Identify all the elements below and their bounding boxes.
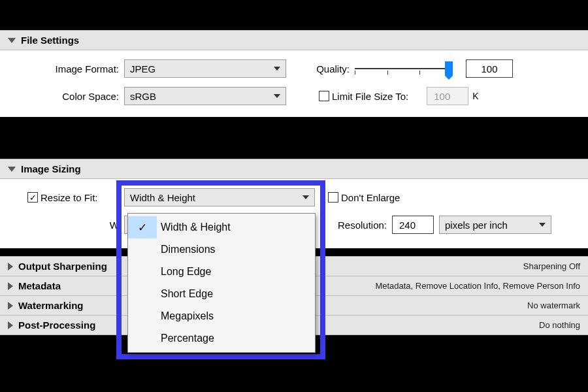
watermarking-summary: No watermark [527, 301, 580, 310]
dropdown-option[interactable]: Dimensions [128, 238, 315, 261]
check-icon: ✓ [128, 216, 157, 238]
image-sizing-title: Image Sizing [21, 163, 81, 174]
quality-input[interactable]: 100 [466, 59, 513, 78]
resolution-unit-value: pixels per inch [445, 220, 508, 231]
post-processing-title: Post-Processing [18, 319, 95, 331]
metadata-summary: Metadata, Remove Location Info, Remove P… [375, 281, 580, 291]
dont-enlarge-checkbox[interactable]: Don't Enlarge [328, 192, 400, 203]
resize-to-fit-dropdown[interactable]: ✓Width & HeightDimensionsLong EdgeShort … [127, 213, 316, 353]
dropdown-option-label: Dimensions [161, 244, 216, 255]
limit-file-size-value: 100 [434, 91, 450, 102]
chevron-down-icon [274, 94, 280, 98]
w-label: W [13, 220, 124, 231]
checkbox-checked-icon: ✓ [27, 192, 38, 203]
dropdown-option[interactable]: Long Edge [128, 261, 315, 283]
resize-to-fit-checkbox[interactable]: ✓ Resize to Fit: [27, 192, 124, 203]
image-sizing-header[interactable]: Image Sizing [0, 159, 588, 179]
slider-track [355, 68, 453, 69]
check-icon [128, 238, 157, 261]
file-settings-title: File Settings [21, 35, 79, 46]
file-settings-row-2: Color Space: sRGB Limit File Size To: 10… [13, 87, 575, 105]
chevron-down-icon [274, 67, 280, 71]
color-space-value: sRGB [130, 91, 156, 102]
check-icon [128, 283, 157, 305]
resolution-unit-select[interactable]: pixels per inch [439, 216, 551, 234]
file-settings-body: Image Format: JPEG Quality: 100 Color Sp… [0, 50, 588, 117]
quality-value: 100 [481, 63, 497, 74]
dropdown-option[interactable]: Percentage [128, 327, 315, 350]
checkbox-box-icon [328, 192, 338, 203]
chevron-down-icon [539, 223, 546, 227]
dropdown-option[interactable]: ✓Width & Height [128, 216, 315, 238]
dropdown-option-label: Megapixels [161, 310, 214, 322]
resolution-input[interactable]: 240 [392, 216, 434, 234]
quality-slider[interactable] [355, 61, 453, 76]
resolution-label: Resolution: [315, 220, 392, 231]
chevron-down-icon [8, 38, 16, 43]
slider-tick [387, 71, 388, 74]
image-sizing-row-1: ✓ Resize to Fit: Width & Height Don't En… [13, 188, 575, 206]
chevron-right-icon [8, 302, 13, 310]
slider-thumb[interactable] [445, 61, 453, 76]
chevron-down-icon [8, 167, 16, 172]
dropdown-option[interactable]: Short Edge [128, 283, 315, 305]
file-settings-header[interactable]: File Settings [0, 30, 588, 50]
resize-to-fit-label: Resize to Fit: [41, 192, 98, 203]
dropdown-option-label: Long Edge [161, 266, 211, 278]
limit-file-size-input: 100 [427, 87, 468, 105]
limit-file-size-unit: K [472, 91, 478, 101]
dont-enlarge-label: Don't Enlarge [341, 192, 400, 203]
color-space-label: Color Space: [13, 91, 124, 102]
checkbox-box-icon [319, 91, 329, 101]
chevron-right-icon [8, 282, 13, 290]
color-space-select[interactable]: sRGB [124, 87, 286, 105]
file-settings-section: File Settings Image Format: JPEG Quality… [0, 30, 588, 117]
dropdown-option-label: Width & Height [161, 221, 231, 233]
chevron-down-icon [302, 195, 309, 199]
check-icon [128, 261, 157, 283]
output-sharpening-summary: Sharpening Off [523, 261, 580, 271]
check-icon [128, 305, 157, 327]
chevron-right-icon [8, 263, 13, 270]
output-sharpening-title: Output Sharpening [18, 261, 107, 272]
slider-tick [419, 71, 420, 74]
quality-label: Quality: [286, 63, 355, 74]
image-format-select[interactable]: JPEG [124, 59, 286, 78]
dropdown-option-label: Short Edge [161, 288, 213, 300]
file-settings-row-1: Image Format: JPEG Quality: 100 [13, 59, 575, 78]
image-format-value: JPEG [130, 63, 155, 74]
resize-to-fit-value: Width & Height [130, 192, 195, 203]
post-processing-summary: Do nothing [539, 320, 580, 330]
limit-file-size-label: Limit File Size To: [332, 91, 408, 102]
resize-to-fit-select[interactable]: Width & Height [124, 188, 315, 206]
metadata-title: Metadata [18, 280, 61, 291]
image-format-label: Image Format: [13, 63, 124, 74]
dropdown-option-label: Percentage [161, 333, 214, 344]
resolution-value: 240 [399, 220, 416, 231]
check-icon [128, 327, 157, 350]
dropdown-option[interactable]: Megapixels [128, 305, 315, 327]
slider-tick [355, 71, 355, 74]
watermarking-title: Watermarking [18, 300, 83, 311]
chevron-right-icon [8, 321, 13, 329]
limit-file-size-checkbox[interactable]: Limit File Size To: [319, 91, 408, 102]
